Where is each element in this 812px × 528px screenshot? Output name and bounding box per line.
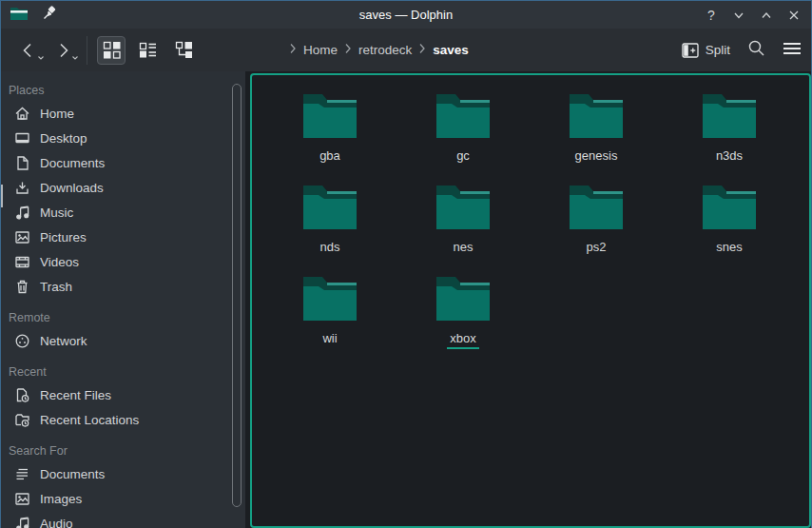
sidebar-item-desktop[interactable]: Desktop xyxy=(1,126,245,150)
maximize-button[interactable] xyxy=(757,6,776,25)
folder-icon xyxy=(701,92,758,140)
folder-label: xbox xyxy=(447,331,478,349)
sidebar-item-trash[interactable]: Trash xyxy=(1,274,245,299)
breadcrumb-separator-icon xyxy=(418,43,426,57)
sidebar-item-label: Desktop xyxy=(40,131,87,146)
minimize-button[interactable] xyxy=(729,6,748,25)
folder-n3ds[interactable]: n3ds xyxy=(663,92,796,184)
sidebar-item-recent-files[interactable]: Recent Files xyxy=(1,382,245,407)
folder-icon xyxy=(701,92,758,140)
search-icon[interactable] xyxy=(747,39,765,61)
folder-icon xyxy=(435,275,492,323)
sidebar-item-music[interactable]: Music xyxy=(1,200,245,225)
sidebar-item-label: Music xyxy=(40,205,73,220)
sidebar-item-documents[interactable]: Documents xyxy=(1,150,245,175)
folder-gc[interactable]: gc xyxy=(396,92,530,184)
main-area: gba gc genesis n3ds nds nes ps2 snes xyxy=(245,71,811,528)
places-panel: PlacesHomeDesktopDocumentsDownloadsMusic… xyxy=(1,71,245,528)
folder-icon xyxy=(435,184,492,231)
sidebar-item-label: Documents xyxy=(40,156,105,170)
download-icon xyxy=(14,180,30,196)
app-folder-icon xyxy=(10,6,29,25)
breadcrumb: Homeretrodecksaves xyxy=(289,43,469,57)
forward-button[interactable] xyxy=(50,38,75,63)
folder-genesis[interactable]: genesis xyxy=(530,92,663,184)
folder-clock-icon xyxy=(14,412,30,428)
home-icon xyxy=(14,106,30,122)
file-clock-icon xyxy=(14,387,30,403)
folder-icon xyxy=(435,275,492,323)
folder-icon xyxy=(568,92,625,140)
music-icon xyxy=(14,205,30,221)
sidebar-item-label: Pictures xyxy=(40,230,87,244)
folder-label: snes xyxy=(713,240,744,258)
back-button[interactable] xyxy=(16,38,41,63)
network-icon xyxy=(14,333,30,349)
folder-label: gc xyxy=(454,148,473,166)
icons-view-button[interactable] xyxy=(97,36,126,65)
folder-icon xyxy=(301,92,358,140)
sidebar-item-label: Recent Locations xyxy=(40,413,139,427)
hamburger-menu-icon[interactable] xyxy=(783,41,802,60)
details-tree-view-button[interactable] xyxy=(169,36,198,65)
sidebar-item-label: Network xyxy=(40,334,87,348)
breadcrumb-separator-icon xyxy=(289,43,297,57)
section-header-places: Places xyxy=(1,80,245,101)
window-title: saves — Dolphin xyxy=(1,8,811,22)
folder-gba[interactable]: gba xyxy=(263,92,396,184)
folder-icon xyxy=(568,184,625,231)
sidebar-item-label: Videos xyxy=(40,255,79,269)
sidebar-item-label: Home xyxy=(40,107,74,121)
folder-icon xyxy=(301,92,358,140)
split-button[interactable]: Split xyxy=(682,43,730,58)
compact-view-button[interactable] xyxy=(133,36,162,65)
folder-nds[interactable]: nds xyxy=(263,184,396,275)
folder-icon xyxy=(701,184,758,231)
breadcrumb-segment[interactable]: Home xyxy=(303,43,338,57)
breadcrumb-segment[interactable]: retrodeck xyxy=(358,43,412,57)
sidebar-item-images[interactable]: Images xyxy=(1,486,245,511)
trash-icon xyxy=(14,279,30,295)
folder-wii[interactable]: wii xyxy=(263,275,396,366)
pin-icon[interactable] xyxy=(42,6,57,25)
folder-xbox[interactable]: xbox xyxy=(396,275,530,366)
sidebar-item-label: Images xyxy=(40,492,82,506)
folder-ps2[interactable]: ps2 xyxy=(530,184,663,275)
close-button[interactable] xyxy=(784,6,803,25)
folder-label: wii xyxy=(319,331,339,349)
sidebar-item-videos[interactable]: Videos xyxy=(1,249,245,274)
folder-label: genesis xyxy=(572,148,621,166)
folder-icon xyxy=(301,275,358,323)
desktop-icon xyxy=(14,130,30,147)
toolbar-separator xyxy=(87,36,87,65)
folder-label: n3ds xyxy=(713,148,745,166)
sidebar-item-home[interactable]: Home xyxy=(1,101,245,126)
section-header-recent: Recent xyxy=(1,362,245,382)
folder-icon xyxy=(435,92,492,140)
folder-view[interactable]: gba gc genesis n3ds nds nes ps2 snes xyxy=(250,73,811,528)
folder-icon xyxy=(301,275,358,323)
video-icon xyxy=(14,254,30,270)
folder-label: nds xyxy=(318,240,343,258)
folder-icon xyxy=(568,92,625,140)
breadcrumb-separator-icon xyxy=(344,43,352,57)
titlebar: saves — Dolphin ? xyxy=(1,1,811,29)
folder-label: ps2 xyxy=(584,240,609,258)
folder-grid: gba gc genesis n3ds nds nes ps2 snes xyxy=(263,92,809,366)
sidebar-item-audio[interactable]: Audio xyxy=(1,511,245,528)
breadcrumb-segment[interactable]: saves xyxy=(433,43,469,57)
folder-icon xyxy=(568,184,625,231)
sidebar-item-pictures[interactable]: Pictures xyxy=(1,225,245,249)
document-icon xyxy=(14,155,30,171)
sidebar-item-downloads[interactable]: Downloads xyxy=(1,175,245,200)
sidebar-item-documents[interactable]: Documents xyxy=(1,461,245,486)
sidebar-item-recent-locations[interactable]: Recent Locations xyxy=(1,407,245,432)
sidebar-item-label: Trash xyxy=(40,280,72,294)
sidebar-item-network[interactable]: Network xyxy=(1,328,245,353)
folder-icon xyxy=(435,92,492,140)
sidebar-scrollbar[interactable] xyxy=(232,84,242,507)
help-button[interactable]: ? xyxy=(702,6,721,25)
folder-icon xyxy=(301,184,358,231)
folder-nes[interactable]: nes xyxy=(396,184,530,275)
folder-snes[interactable]: snes xyxy=(663,184,796,275)
